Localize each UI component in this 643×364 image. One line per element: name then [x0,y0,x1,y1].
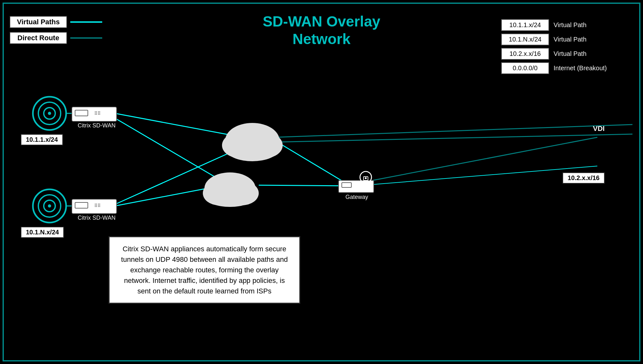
legend-direct-route: Direct Route [10,32,102,44]
sdwan2-label: Citrix SD-WAN [72,215,121,221]
subnet3-label: 10.2.x.x/16 [563,172,605,184]
route-type-2: Virtual Path [554,36,617,43]
route-row-2: 10.1.N.x/24 Virtual Path [501,34,617,45]
route-row-3: 10.2.x.x/16 Virtual Path [501,48,617,60]
route-network-3: 10.2.x.x/16 [501,48,549,60]
legend-virtual-paths-label: Virtual Paths [10,16,67,28]
route-network-4: 0.0.0.0/0 [501,62,549,74]
description-box: Citrix SD-WAN appliances automatically f… [109,236,300,304]
legend-virtual-line [70,21,102,23]
gateway-label: Gateway [339,194,374,201]
route-network-2: 10.1.N.x/24 [501,34,549,45]
legend-direct-route-label: Direct Route [10,32,67,44]
subnet2-label: 10.1.N.x/24 [21,227,64,238]
route-type-3: Virtual Path [554,50,617,57]
route-type-1: Virtual Path [554,21,617,29]
sdwan1-label: Citrix SD-WAN [72,122,121,129]
page-title: SD-WAN Overlay Network [263,13,380,48]
route-row-4: 0.0.0.0/0 Internet (Breakout) [501,62,617,74]
route-type-4: Internet (Breakout) [554,64,617,72]
description-text: Citrix SD-WAN appliances automatically f… [121,245,288,295]
legend: Virtual Paths Direct Route [10,16,102,48]
route-row-1: 10.1.1.x/24 Virtual Path [501,19,617,31]
vdi-label: VDI [593,125,605,133]
legend-virtual-paths: Virtual Paths [10,16,102,28]
route-table: 10.1.1.x/24 Virtual Path 10.1.N.x/24 Vir… [501,19,617,77]
route-network-1: 10.1.1.x/24 [501,19,549,31]
legend-direct-line [70,37,102,39]
subnet1-label: 10.1.1.x/24 [21,134,63,145]
